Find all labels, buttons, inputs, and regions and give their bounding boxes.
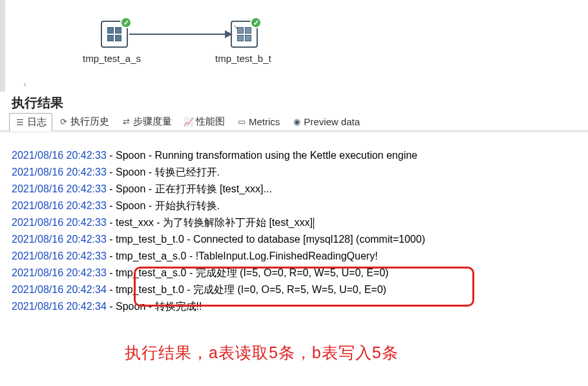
hop-arrow-icon [225,30,233,38]
tab-log[interactable]: ☰ 日志 [9,113,52,131]
history-icon: ⟳ [58,117,68,127]
log-line: 2021/08/16 20:42:33 - Spoon - Running tr… [12,147,576,164]
log-toolbar [0,132,588,146]
input-arrow-icon: ↘ [233,23,238,30]
success-badge-icon: ✓ [250,17,262,28]
step-node-target[interactable]: ↘ ✓ [231,21,258,48]
log-output[interactable]: 2021/08/16 20:42:33 - Spoon - Running tr… [0,146,588,316]
metrics-icon: ▭ [236,117,247,127]
transformation-canvas[interactable]: ✓ ↘ ✓ tmp_test_a_s tmp_test_b_t ‹ [0,0,588,92]
log-line: 2021/08/16 20:42:33 - tmp_test_a_s.0 - 完… [12,265,576,281]
log-line: 2021/08/16 20:42:34 - tmp_test_b_t.0 - 完… [12,281,576,298]
step-node-source[interactable]: ✓ [101,21,128,48]
success-badge-icon: ✓ [120,17,132,28]
tab-performance[interactable]: 📈 性能图 [178,113,231,130]
log-line: 2021/08/16 20:42:33 - Spoon - 开始执行转换. [12,198,576,214]
log-line: 2021/08/16 20:42:34 - Spoon - 转换完成!! [12,298,576,315]
log-line: 2021/08/16 20:42:33 - tmp_test_b_t.0 - C… [12,231,576,248]
hop-line[interactable] [129,34,229,35]
tab-step-metrics[interactable]: ⇄ 步骤度量 [115,113,178,130]
scroll-left-icon[interactable]: ‹ [23,79,26,89]
tab-label: 步骤度量 [133,116,172,128]
tab-metrics[interactable]: ▭ Metrics [231,113,286,130]
log-line: 2021/08/16 20:42:33 - tmp_test_a_s.0 - !… [12,248,576,265]
log-icon: ☰ [15,117,25,127]
log-line: 2021/08/16 20:42:33 - test_xxx - 为了转换解除补… [12,214,576,231]
tab-label: 执行历史 [70,116,109,128]
annotation-text: 执行结果，a表读取5条，b表写入5条 [125,342,399,363]
tab-label: 日志 [27,116,47,128]
tab-label: Metrics [249,116,280,127]
tab-label: Preview data [304,116,360,127]
step-metrics-icon: ⇄ [121,117,131,127]
tab-label: 性能图 [196,116,225,128]
log-line: 2021/08/16 20:42:33 - Spoon - 转换已经打开. [12,164,576,181]
table-input-icon [107,27,121,41]
results-panel-title: 执行结果 [0,92,588,113]
step-label-source: tmp_test_a_s [83,53,141,64]
tab-preview-data[interactable]: ◉ Preview data [286,113,366,130]
text-cursor [313,218,314,229]
preview-icon: ◉ [291,117,302,127]
perf-chart-icon: 📈 [184,117,194,127]
table-output-icon [237,27,251,41]
results-tabs: ☰ 日志 ⟳ 执行历史 ⇄ 步骤度量 📈 性能图 ▭ Metrics ◉ Pre… [0,113,588,131]
tab-history[interactable]: ⟳ 执行历史 [52,113,115,130]
log-line: 2021/08/16 20:42:33 - Spoon - 正在打开转换 [te… [12,181,576,198]
step-label-target: tmp_test_b_t [215,53,271,64]
